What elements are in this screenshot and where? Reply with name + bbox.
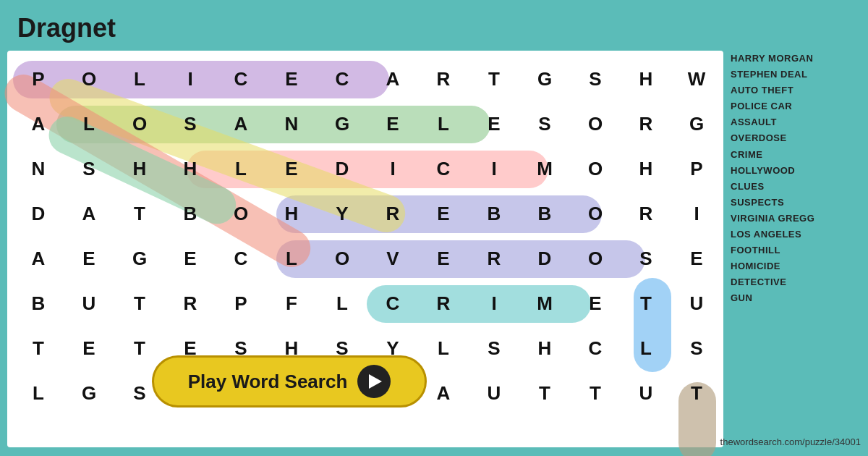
grid-cell[interactable]: C	[418, 146, 469, 191]
grid-cell[interactable]: T	[519, 371, 570, 415]
grid-cell[interactable]: H	[621, 146, 671, 191]
grid-cell[interactable]: U	[621, 371, 671, 415]
grid-cell[interactable]: H	[165, 146, 216, 191]
grid-cell[interactable]: H	[519, 326, 570, 371]
grid-cell[interactable]: L	[418, 326, 469, 371]
grid-cell[interactable]: S	[570, 56, 621, 101]
grid-cell[interactable]: E	[671, 236, 722, 281]
grid-cell[interactable]: N	[266, 101, 317, 146]
grid-cell[interactable]: W	[671, 56, 722, 101]
grid-cell[interactable]: L	[418, 101, 469, 146]
grid-cell[interactable]: D	[519, 236, 570, 281]
grid-cell[interactable]: G	[64, 371, 114, 415]
grid-cell[interactable]: I	[367, 146, 418, 191]
grid-cell[interactable]: B	[469, 191, 519, 236]
grid-cell[interactable]: N	[13, 146, 64, 191]
grid-cell[interactable]: T	[114, 191, 165, 236]
grid-cell[interactable]: O	[570, 101, 621, 146]
grid-cell[interactable]: E	[570, 281, 621, 326]
grid-cell[interactable]: T	[13, 326, 64, 371]
grid-cell[interactable]: G	[114, 236, 165, 281]
grid-cell[interactable]: P	[13, 56, 64, 101]
grid-cell[interactable]: S	[64, 146, 114, 191]
grid-cell[interactable]: Y	[317, 191, 367, 236]
grid-cell[interactable]: U	[469, 371, 519, 415]
grid-cell[interactable]: L	[64, 101, 114, 146]
grid-cell[interactable]: O	[64, 56, 114, 101]
grid-cell[interactable]: E	[266, 146, 317, 191]
grid-cell[interactable]: G	[671, 101, 722, 146]
grid-cell[interactable]: C	[367, 281, 418, 326]
grid-cell[interactable]: T	[469, 56, 519, 101]
grid-cell[interactable]: L	[621, 326, 671, 371]
grid-cell[interactable]: E	[266, 56, 317, 101]
grid-cell[interactable]: I	[469, 146, 519, 191]
grid-cell[interactable]: M	[519, 281, 570, 326]
grid-cell[interactable]: D	[13, 191, 64, 236]
grid-cell[interactable]: O	[114, 101, 165, 146]
grid-cell[interactable]: E	[418, 191, 469, 236]
grid-cell[interactable]: C	[317, 56, 367, 101]
grid-cell[interactable]: S	[621, 236, 671, 281]
grid-cell[interactable]: T	[114, 281, 165, 326]
grid-cell[interactable]: D	[317, 146, 367, 191]
grid-cell[interactable]: E	[418, 236, 469, 281]
grid-cell[interactable]: L	[13, 371, 64, 415]
grid-cell[interactable]: R	[418, 56, 469, 101]
grid-cell[interactable]: A	[13, 236, 64, 281]
grid-cell[interactable]: G	[519, 56, 570, 101]
grid-cell[interactable]: A	[64, 191, 114, 236]
grid-cell[interactable]: L	[114, 56, 165, 101]
grid-cell[interactable]: L	[317, 281, 367, 326]
grid-cell[interactable]: O	[570, 191, 621, 236]
grid-cell[interactable]: P	[671, 146, 722, 191]
grid-cell[interactable]: O	[317, 236, 367, 281]
grid-cell[interactable]: U	[671, 281, 722, 326]
grid-cell[interactable]: L	[216, 146, 266, 191]
grid-cell[interactable]: A	[216, 101, 266, 146]
grid-cell[interactable]: C	[570, 326, 621, 371]
grid-cell[interactable]: T	[570, 371, 621, 415]
grid-cell[interactable]: C	[216, 56, 266, 101]
grid-cell[interactable]: E	[64, 236, 114, 281]
grid-cell[interactable]: S	[671, 326, 722, 371]
grid-cell[interactable]: E	[165, 236, 216, 281]
grid-cell[interactable]: C	[216, 236, 266, 281]
grid-cell[interactable]: S	[519, 101, 570, 146]
grid-cell[interactable]: A	[13, 101, 64, 146]
grid-cell[interactable]: H	[621, 56, 671, 101]
grid-cell[interactable]: T	[114, 326, 165, 371]
grid-cell[interactable]: I	[165, 56, 216, 101]
grid-cell[interactable]: F	[266, 281, 317, 326]
grid-cell[interactable]: T	[671, 371, 722, 415]
grid-cell[interactable]: R	[621, 191, 671, 236]
grid-cell[interactable]: T	[621, 281, 671, 326]
grid-cell[interactable]: G	[317, 101, 367, 146]
grid-cell[interactable]: E	[64, 326, 114, 371]
grid-cell[interactable]: B	[165, 191, 216, 236]
grid-cell[interactable]: R	[165, 281, 216, 326]
grid-cell[interactable]: B	[519, 191, 570, 236]
grid-cell[interactable]: P	[216, 281, 266, 326]
grid-cell[interactable]: R	[367, 191, 418, 236]
grid-cell[interactable]: O	[570, 236, 621, 281]
play-button[interactable]: Play Word Search	[152, 355, 427, 408]
grid-cell[interactable]: L	[266, 236, 317, 281]
grid-cell[interactable]: O	[216, 191, 266, 236]
grid-cell[interactable]: S	[165, 101, 216, 146]
grid-cell[interactable]: R	[418, 281, 469, 326]
grid-cell[interactable]: U	[64, 281, 114, 326]
grid-cell[interactable]: S	[469, 326, 519, 371]
grid-cell[interactable]: I	[671, 191, 722, 236]
grid-cell[interactable]: R	[469, 236, 519, 281]
grid-cell[interactable]: V	[367, 236, 418, 281]
grid-cell[interactable]: E	[367, 101, 418, 146]
grid-cell[interactable]: H	[114, 146, 165, 191]
grid-cell[interactable]: B	[13, 281, 64, 326]
grid-cell[interactable]: E	[469, 101, 519, 146]
grid-cell[interactable]: M	[519, 146, 570, 191]
grid-cell[interactable]: O	[570, 146, 621, 191]
grid-cell[interactable]: I	[469, 281, 519, 326]
grid-cell[interactable]: A	[367, 56, 418, 101]
grid-cell[interactable]: H	[266, 191, 317, 236]
